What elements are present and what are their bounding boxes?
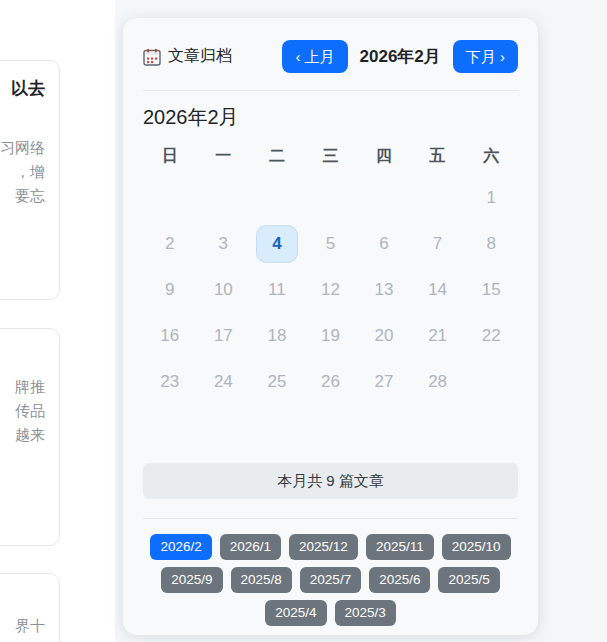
day-cell: 22 <box>464 313 518 359</box>
sidebar-card: 界十 <box>0 573 60 642</box>
archive-month-button[interactable]: 2025/9 <box>161 567 222 593</box>
day-cell <box>250 175 304 221</box>
sidebar-card: 牌推 传品 越来 <box>0 328 60 546</box>
sidebar-text-fragment: 越来 <box>0 423 59 447</box>
calendar-week-row: 23 24 25 26 27 28 <box>143 359 518 405</box>
day-cell: 24 <box>197 359 251 405</box>
day-cell: 21 <box>411 313 465 359</box>
weekday-label: 六 <box>464 137 518 175</box>
next-month-button[interactable]: 下月 › <box>453 40 518 73</box>
day-cell: 14 <box>411 267 465 313</box>
weekday-label: 五 <box>411 137 465 175</box>
current-month-label: 2026年2月 <box>360 45 441 68</box>
day-cell: 23 <box>143 359 197 405</box>
calendar-grid: 日 一 二 三 四 五 六 1 2 3 4 5 6 7 8 <box>143 137 518 405</box>
archive-month-button[interactable]: 2025/4 <box>265 600 326 626</box>
archive-month-button[interactable]: 2026/1 <box>220 534 281 560</box>
archive-month-button[interactable]: 2025/6 <box>369 567 430 593</box>
day-cell: 7 <box>411 221 465 267</box>
weekday-label: 二 <box>250 137 304 175</box>
archive-month-button[interactable]: 2025/12 <box>289 534 358 560</box>
day-cell: 11 <box>250 267 304 313</box>
day-cell <box>304 175 358 221</box>
sidebar-card: 以去 习网络 ，增 要忘 <box>0 60 60 300</box>
archive-month-button[interactable]: 2025/11 <box>366 534 434 560</box>
calendar-icon <box>143 48 161 66</box>
archive-title: 文章归档 <box>168 46 232 67</box>
day-cell: 20 <box>357 313 411 359</box>
weekday-label: 一 <box>197 137 251 175</box>
divider <box>143 518 518 519</box>
day-cell: 17 <box>197 313 251 359</box>
archive-month-button[interactable]: 2025/8 <box>231 567 292 593</box>
day-cell: 3 <box>197 221 251 267</box>
day-cell: 15 <box>464 267 518 313</box>
day-cell: 6 <box>357 221 411 267</box>
day-cell: 28 <box>411 359 465 405</box>
archive-month-button[interactable]: 2026/2 <box>150 534 211 560</box>
sidebar-text-fragment: 界十 <box>0 614 59 638</box>
sidebar-text-fragment: 习网络 <box>0 136 59 160</box>
day-cell <box>143 175 197 221</box>
day-cell: 1 <box>464 175 518 221</box>
day-cell: 19 <box>304 313 358 359</box>
day-cell: 13 <box>357 267 411 313</box>
day-cell: 27 <box>357 359 411 405</box>
day-cell: 26 <box>304 359 358 405</box>
day-cell: 9 <box>143 267 197 313</box>
day-cell: 2 <box>143 221 197 267</box>
weekday-label: 三 <box>304 137 358 175</box>
day-cell-selected: 4 <box>250 221 304 267</box>
archive-month-button[interactable]: 2025/3 <box>335 600 396 626</box>
day-cell: 8 <box>464 221 518 267</box>
selected-day[interactable]: 4 <box>256 225 298 263</box>
day-cell <box>357 175 411 221</box>
month-summary-bar: 本月共 9 篇文章 <box>143 463 518 499</box>
calendar-week-row: 2 3 4 5 6 7 8 <box>143 221 518 267</box>
day-cell: 10 <box>197 267 251 313</box>
day-cell <box>464 359 518 405</box>
article-archive-card: 文章归档 ‹ 上月 2026年2月 下月 › 2026年2月 日 一 二 三 四… <box>123 18 538 635</box>
day-cell: 16 <box>143 313 197 359</box>
weekday-header-row: 日 一 二 三 四 五 六 <box>143 137 518 175</box>
left-sidebar: 以去 习网络 ，增 要忘 牌推 传品 越来 界十 <box>0 0 115 642</box>
archive-month-button[interactable]: 2025/5 <box>438 567 499 593</box>
calendar-month-title: 2026年2月 <box>143 104 518 131</box>
archive-header: 文章归档 ‹ 上月 2026年2月 下月 › <box>143 40 518 73</box>
archive-month-list: 2026/2 2026/1 2025/12 2025/11 2025/10 20… <box>143 534 518 626</box>
day-cell <box>411 175 465 221</box>
weekday-label: 四 <box>357 137 411 175</box>
day-cell: 12 <box>304 267 358 313</box>
day-cell <box>197 175 251 221</box>
day-cell: 25 <box>250 359 304 405</box>
archive-month-button[interactable]: 2025/10 <box>442 534 511 560</box>
sidebar-text-fragment: 传品 <box>0 399 59 423</box>
calendar-week-row: 9 10 11 12 13 14 15 <box>143 267 518 313</box>
sidebar-text-fragment: 要忘 <box>0 184 59 208</box>
divider <box>143 90 518 91</box>
sidebar-text-fragment: 牌推 <box>0 375 59 399</box>
archive-month-button[interactable]: 2025/7 <box>300 567 361 593</box>
weekday-label: 日 <box>143 137 197 175</box>
day-cell: 5 <box>304 221 358 267</box>
sidebar-text-fragment: ，增 <box>0 160 59 184</box>
calendar-week-row: 1 <box>143 175 518 221</box>
calendar-week-row: 16 17 18 19 20 21 22 <box>143 313 518 359</box>
sidebar-card-heading: 以去 <box>0 77 59 100</box>
prev-month-button[interactable]: ‹ 上月 <box>282 40 347 73</box>
day-cell: 18 <box>250 313 304 359</box>
